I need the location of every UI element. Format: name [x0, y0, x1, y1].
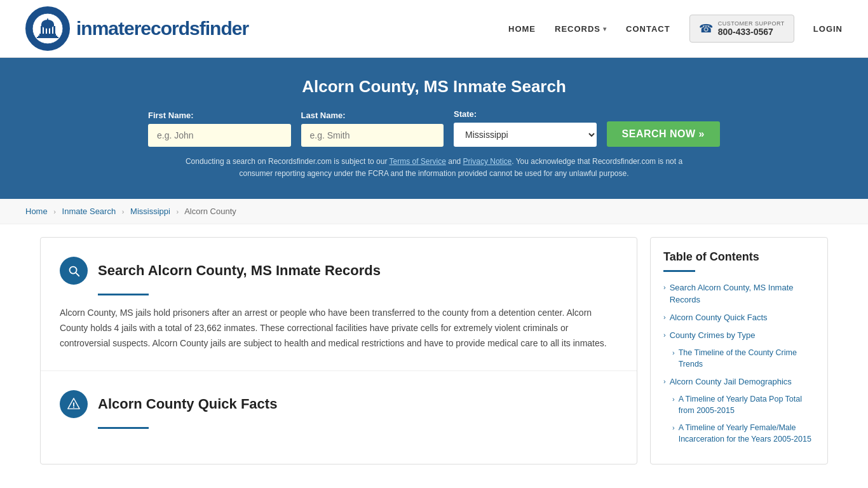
- main-nav: HOME RECORDS ▾ CONTACT ☎ CUSTOMER SUPPOR…: [508, 15, 843, 43]
- terms-of-service-link[interactable]: Terms of Service: [390, 157, 446, 166]
- toc-link-0[interactable]: Search Alcorn County, MS Inmate Records: [670, 282, 815, 305]
- last-name-input[interactable]: [301, 124, 444, 147]
- toc-chevron-6: ›: [672, 424, 675, 431]
- section-quick-facts: Alcorn County Quick Facts: [41, 371, 637, 458]
- toc-link-1[interactable]: Alcorn County Quick Facts: [670, 312, 768, 323]
- section-header-records: Search Alcorn County, MS Inmate Records: [60, 257, 618, 285]
- toc-item-4[interactable]: › Alcorn County Jail Demographics: [663, 376, 815, 388]
- table-of-contents: Table of Contents › Search Alcorn County…: [650, 237, 828, 464]
- main-container: Search Alcorn County, MS Inmate Records …: [27, 237, 841, 464]
- svg-rect-4: [44, 26, 46, 34]
- breadcrumb-home[interactable]: Home: [25, 207, 48, 216]
- toc-link-2[interactable]: County Crimes by Type: [670, 330, 756, 341]
- logo-icon: [25, 6, 70, 51]
- svg-rect-8: [39, 34, 56, 36]
- nav-home[interactable]: HOME: [508, 24, 536, 34]
- toc-item-3[interactable]: › The Timeline of the County Crime Trend…: [672, 348, 815, 370]
- alert-circle-icon: [60, 390, 88, 418]
- toc-chevron-3: ›: [672, 349, 675, 356]
- headphone-icon: ☎: [699, 22, 713, 36]
- logo-area: inmaterecordsfinder: [25, 6, 248, 51]
- toc-item-6[interactable]: › A Timeline of Yearly Female/Male Incar…: [672, 423, 815, 445]
- state-group: State: Mississippi: [454, 109, 597, 147]
- section-inmate-records: Search Alcorn County, MS Inmate Records …: [41, 238, 637, 370]
- breadcrumb-sep-1: ›: [53, 208, 56, 215]
- site-header: inmaterecordsfinder HOME RECORDS ▾ CONTA…: [0, 0, 868, 58]
- support-number: 800-433-0567: [718, 27, 785, 37]
- chevron-down-icon: ▾: [603, 25, 607, 32]
- support-label: CUSTOMER SUPPORT: [718, 20, 785, 27]
- svg-line-14: [76, 273, 79, 276]
- svg-rect-5: [47, 26, 49, 34]
- section-title-quick-facts: Alcorn County Quick Facts: [98, 396, 277, 412]
- toc-chevron-5: ›: [672, 395, 675, 403]
- svg-rect-7: [53, 26, 55, 34]
- toc-chevron-2: ›: [663, 331, 666, 339]
- breadcrumb-sep-3: ›: [177, 208, 179, 215]
- toc-item-0[interactable]: › Search Alcorn County, MS Inmate Record…: [663, 282, 815, 305]
- customer-support-block: ☎ CUSTOMER SUPPORT 800-433-0567: [689, 15, 794, 43]
- svg-rect-3: [41, 26, 43, 34]
- toc-link-5[interactable]: A Timeline of Yearly Data Pop Total from…: [679, 394, 815, 416]
- breadcrumb-state[interactable]: Mississippi: [130, 207, 170, 216]
- first-name-input[interactable]: [148, 124, 291, 147]
- nav-contact[interactable]: CONTACT: [626, 24, 670, 34]
- page-title: Alcorn County, MS Inmate Search: [25, 77, 843, 97]
- support-text: CUSTOMER SUPPORT 800-433-0567: [718, 20, 785, 37]
- section-underline-quick-facts: [98, 427, 149, 429]
- last-name-label: Last Name:: [301, 111, 346, 120]
- breadcrumb-inmate-search[interactable]: Inmate Search: [62, 207, 116, 216]
- privacy-notice-link[interactable]: Privacy Notice: [463, 157, 512, 166]
- disclaimer-text: Conducting a search on Recordsfinder.com…: [180, 156, 688, 180]
- toc-title: Table of Contents: [663, 250, 815, 264]
- content-left: Search Alcorn County, MS Inmate Records …: [40, 237, 637, 464]
- svg-rect-6: [50, 26, 52, 34]
- nav-login[interactable]: LOGIN: [813, 24, 843, 34]
- svg-point-13: [70, 267, 77, 274]
- toc-link-3[interactable]: The Timeline of the County Crime Trends: [679, 348, 815, 370]
- nav-records[interactable]: RECORDS ▾: [555, 24, 607, 34]
- search-circle-icon: [60, 257, 88, 285]
- section-title-records: Search Alcorn County, MS Inmate Records: [98, 262, 381, 279]
- svg-rect-10: [37, 37, 58, 38]
- toc-chevron-4: ›: [663, 377, 666, 385]
- toc-item-5[interactable]: › A Timeline of Yearly Data Pop Total fr…: [672, 394, 815, 416]
- section-underline-records: [98, 294, 149, 295]
- toc-item-1[interactable]: › Alcorn County Quick Facts: [663, 312, 815, 323]
- toc-divider: [663, 270, 695, 272]
- toc-link-6[interactable]: A Timeline of Yearly Female/Male Incarce…: [679, 423, 815, 445]
- toc-item-2[interactable]: › County Crimes by Type: [663, 330, 815, 341]
- toc-chevron-1: ›: [663, 313, 666, 321]
- logo-text: inmaterecordsfinder: [76, 18, 248, 39]
- svg-rect-2: [41, 24, 54, 26]
- toc-link-4[interactable]: Alcorn County Jail Demographics: [670, 376, 792, 388]
- search-now-button[interactable]: SEARCH NOW »: [607, 121, 720, 147]
- search-form: First Name: Last Name: State: Mississipp…: [148, 109, 720, 147]
- last-name-group: Last Name:: [301, 111, 444, 147]
- section-body-records: Alcorn County, MS jails hold prisoners a…: [60, 306, 618, 351]
- breadcrumb-sep-2: ›: [122, 208, 125, 215]
- hero-search-section: Alcorn County, MS Inmate Search First Na…: [0, 58, 868, 199]
- breadcrumb-county: Alcorn County: [184, 207, 236, 216]
- state-label: State:: [454, 109, 477, 119]
- svg-point-16: [73, 407, 74, 408]
- first-name-group: First Name:: [148, 111, 291, 147]
- toc-chevron-0: ›: [663, 283, 666, 291]
- section-header-quick-facts: Alcorn County Quick Facts: [60, 390, 618, 418]
- breadcrumb: Home › Inmate Search › Mississippi › Alc…: [0, 199, 868, 224]
- first-name-label: First Name:: [148, 111, 194, 120]
- state-select[interactable]: Mississippi: [454, 123, 597, 147]
- svg-rect-9: [38, 36, 57, 37]
